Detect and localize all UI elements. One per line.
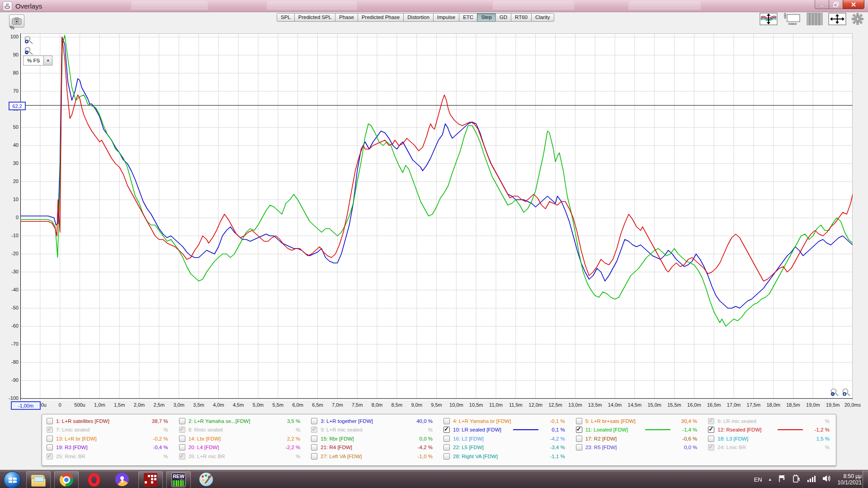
legend-checkbox[interactable] — [708, 436, 714, 442]
legend-measurement-label[interactable]: 8: Rmic sealed — [189, 427, 223, 432]
view-tab-predicted-spl[interactable]: Predicted SPL — [294, 13, 336, 22]
legend-measurement-label[interactable]: 18: L3 [FDW] — [717, 436, 748, 441]
legend-measurement-label[interactable]: 15: Rbr [FDW] — [321, 436, 354, 441]
y-axis-unit-select[interactable]: % FS ▼ — [23, 56, 52, 66]
y-tick-label: 50 — [0, 124, 20, 130]
legend-measurement-label[interactable]: 21: R4 [FDW] — [321, 445, 352, 450]
rew-icon: REW V5.1 — [171, 473, 186, 487]
legend-checkbox[interactable] — [311, 436, 317, 442]
taskbar-red-app-button[interactable] — [138, 471, 163, 488]
view-tab-predicted-phase[interactable]: Predicted Phase — [358, 13, 404, 22]
legend-measurement-label[interactable]: 26: L+R mic BR — [189, 454, 225, 459]
zoom-y-in-icon[interactable] — [24, 35, 34, 45]
legend-measurement-label[interactable]: 4: L+R Yamaha br [FDW] — [453, 418, 511, 424]
legend-checkbox[interactable] — [47, 418, 53, 424]
legend-checkbox[interactable] — [311, 444, 317, 450]
legend-measurement-label[interactable]: 11: Lsealed [FDW] — [585, 427, 628, 432]
legend-measurement-label[interactable]: 12: Rsealed [FDW] — [717, 427, 761, 432]
start-button[interactable] — [4, 471, 21, 488]
legend-checkbox[interactable] — [576, 444, 582, 450]
legend-checkbox[interactable] — [443, 427, 450, 433]
cursor-level-readout[interactable]: 62,2 — [9, 102, 26, 110]
y-tick-label: -10 — [0, 233, 20, 238]
legend-checkbox[interactable] — [179, 444, 185, 450]
legend-measurement-label[interactable]: 1: L+R satellites [FDW] — [56, 418, 109, 424]
pan-icon[interactable] — [828, 13, 846, 27]
legend-checkbox[interactable] — [576, 418, 582, 424]
legend-value: -0,6 % — [674, 436, 697, 441]
legend-measurement-label[interactable]: 5: L+R br+sats [FDW] — [585, 418, 636, 424]
legend-measurement-label[interactable]: 16: L2 [FDW] — [453, 436, 484, 441]
volume-icon[interactable] — [822, 474, 832, 485]
legend-measurement-label[interactable]: 10: LR sealed [FDW] — [453, 427, 501, 432]
legend-measurement-label[interactable]: 2: L+R Yamaha se...[FDW] — [189, 418, 250, 424]
legend-measurement-label[interactable]: 7: Lmic sealed — [56, 427, 90, 432]
zoom-y-out-icon[interactable] — [24, 46, 34, 56]
legend-checkbox[interactable] — [443, 444, 450, 450]
view-tab-etc[interactable]: ETC — [459, 13, 477, 22]
taskbar-explorer-button[interactable] — [26, 471, 51, 488]
legend-item: 6: LR mic sealed% — [703, 417, 836, 426]
legend-checkbox[interactable] — [179, 418, 185, 424]
legend-checkbox[interactable] — [443, 453, 450, 460]
view-tab-phase[interactable]: Phase — [335, 13, 358, 22]
explorer-icon — [31, 475, 46, 487]
restore-button[interactable] — [829, 0, 843, 9]
legend-measurement-label[interactable]: 9: L+R mic sealed — [321, 427, 362, 432]
legend-measurement-label[interactable]: 6: LR mic sealed — [717, 418, 756, 424]
legend-checkbox[interactable] — [47, 444, 53, 450]
legend-checkbox[interactable] — [311, 418, 317, 424]
legend-measurement-label[interactable]: 17: R2 [FDW] — [585, 436, 617, 441]
legend-measurement-label[interactable]: 22: L5 [FDW] — [453, 445, 484, 450]
legend-measurement-label[interactable]: 19: R3 [FDW] — [56, 445, 88, 450]
legend-checkbox[interactable] — [576, 427, 582, 433]
view-tab-step[interactable]: Step — [477, 13, 496, 22]
x-tick-label: 10,0m — [449, 402, 463, 408]
legend-measurement-label[interactable]: 14: Lbr [FDW] — [189, 436, 221, 441]
view-tab-impulse[interactable]: Impulse — [433, 13, 459, 22]
view-tab-clarity[interactable]: Clarity — [531, 13, 554, 22]
frequency-bands-icon[interactable] — [807, 13, 823, 27]
cursor-time-readout[interactable]: -1,00m — [11, 401, 41, 410]
legend-measurement-label[interactable]: 3: L+R together [FDW] — [321, 418, 373, 424]
keyboard-language-indicator[interactable]: EN — [754, 476, 762, 483]
fit-vertical-axis-icon[interactable] — [760, 13, 778, 27]
legend-measurement-label[interactable]: 25: Rmic BR — [56, 454, 85, 459]
legend-checkbox[interactable] — [443, 418, 450, 424]
legend-measurement-label[interactable]: 27: Left VA [FDW] — [321, 454, 362, 459]
taskbar-rew-button[interactable]: REW V5.1 — [166, 471, 191, 488]
zoom-x-out-icon[interactable] — [830, 388, 840, 398]
x-tick-label: 12,5m — [548, 402, 562, 408]
legend-measurement-label[interactable]: 28: Right VA [FDW] — [453, 454, 498, 459]
view-tab-spl[interactable]: SPL — [277, 13, 295, 22]
taskbar-clock[interactable]: 8:50 μμ 10/1/2021 — [838, 473, 862, 486]
network-signal-icon[interactable] — [807, 474, 816, 484]
power-plug-icon[interactable] — [792, 474, 801, 485]
close-button[interactable] — [843, 0, 864, 9]
legend-checkbox[interactable] — [311, 453, 317, 460]
legend-measurement-label[interactable]: 13: L+R br [FDW] — [56, 436, 97, 441]
taskbar-secure-browser-button[interactable] — [110, 471, 134, 488]
minimize-button[interactable] — [815, 0, 829, 9]
taskbar-paint-button[interactable] — [194, 471, 218, 488]
legend-measurement-label[interactable]: 20: L4 [FDW] — [189, 445, 219, 450]
show-hidden-icons-button[interactable]: ▲ — [768, 477, 772, 482]
legend-checkbox[interactable] — [576, 436, 582, 442]
view-tab-gd[interactable]: GD — [495, 13, 511, 22]
legend-measurement-label[interactable]: 23: R5 [FDW] — [585, 445, 617, 450]
legend-checkbox[interactable] — [708, 427, 714, 433]
legend-measurement-label[interactable]: 24: Lmic BR — [717, 445, 746, 450]
legend-checkbox[interactable] — [47, 436, 53, 442]
axis-limits-icon[interactable] — [783, 13, 801, 27]
taskbar-opera-button[interactable] — [82, 471, 106, 488]
gear-icon[interactable] — [852, 13, 863, 27]
legend-checkbox[interactable] — [443, 436, 450, 442]
step-response-plot[interactable]: % FS ▼ — [20, 33, 853, 400]
action-center-flag-icon[interactable] — [778, 474, 786, 484]
show-desktop-button[interactable] — [863, 470, 868, 488]
legend-checkbox[interactable] — [179, 436, 185, 442]
view-tab-rt60[interactable]: RT60 — [511, 13, 532, 22]
taskbar-chrome-button[interactable] — [54, 471, 79, 488]
view-tab-distortion[interactable]: Distortion — [403, 13, 434, 22]
zoom-x-in-icon[interactable] — [841, 388, 851, 398]
